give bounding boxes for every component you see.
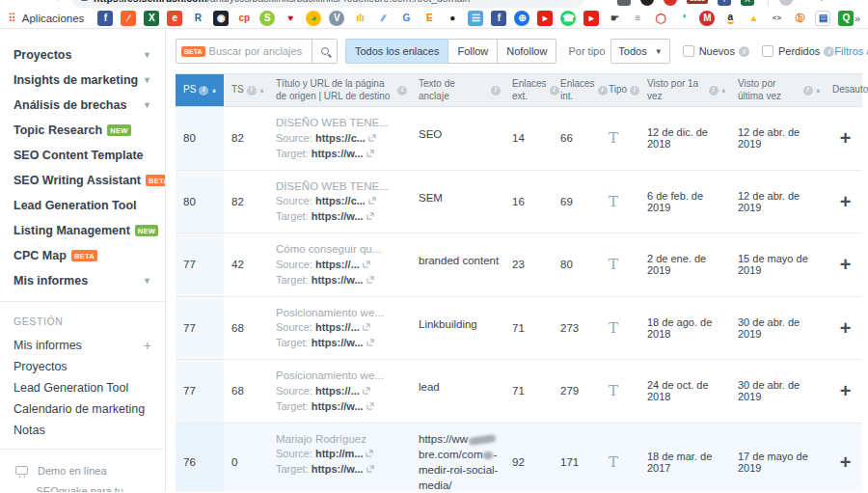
disavow-add-button[interactable]: + <box>840 452 852 472</box>
forward-icon[interactable]: → <box>31 0 43 4</box>
reload-icon[interactable]: ↻ <box>52 0 63 4</box>
bookmark-excel-icon[interactable]: X <box>144 11 159 26</box>
sidebar-item[interactable]: Insights de marketing▼ <box>0 68 165 93</box>
address-bar[interactable]: https://es.semrush.com/analytics/backlin… <box>71 0 584 8</box>
browser-menu-icon[interactable]: ⁝ <box>820 0 824 4</box>
bookmark-semrush-icon[interactable]: ∕ <box>121 11 136 26</box>
target-url-link[interactable]: https://w... <box>312 400 364 412</box>
info-icon[interactable]: i <box>397 86 407 96</box>
bookmark-shield-v-icon[interactable]: V <box>329 11 344 26</box>
bookmark-globe-icon[interactable]: ⊕ <box>514 11 529 26</box>
table-row[interactable]: 8082DISEÑO WEB TENE...Source: https://c.… <box>176 171 862 234</box>
segment-todos-los-enlaces[interactable]: Todos los enlaces <box>345 39 448 64</box>
extension-icon[interactable] <box>664 0 677 6</box>
disavow-add-button[interactable]: + <box>840 381 852 400</box>
table-row[interactable]: 760Mariajo RodríguezSource: http://m...T… <box>176 424 862 492</box>
bookmark-mega-m-icon[interactable]: M <box>699 11 715 26</box>
bookmark-red-ring-icon[interactable]: ◯ <box>653 11 668 26</box>
table-row[interactable]: 7742Cómo conseguir qu...Source: https://… <box>176 233 862 297</box>
column-header-ps[interactable]: PSi▲▼ <box>176 74 224 106</box>
bookmark-whatsapp-icon[interactable]: ☎ <box>560 11 576 26</box>
column-header-ts[interactable]: TSi▲▼ <box>224 74 268 106</box>
table-row[interactable]: 7768Posicionamiento we...Source: https:/… <box>176 297 862 361</box>
info-icon[interactable]: i <box>199 86 208 96</box>
source-url-link[interactable]: https://... <box>315 321 360 333</box>
target-url-link[interactable]: https://w... <box>312 210 364 222</box>
target-url-link[interactable]: https://w... <box>312 337 364 348</box>
sidebar-item[interactable]: Análisis de brechas▼ <box>0 93 165 118</box>
sidebar-item[interactable]: SEO Content Template <box>0 143 165 168</box>
sidebar-management-item[interactable]: Proyectos <box>0 356 165 377</box>
apps-grid-icon[interactable]: ⠿ <box>8 13 16 24</box>
desc-extension-icon[interactable]: desc <box>687 0 708 4</box>
source-url-link[interactable]: https://... <box>315 385 360 397</box>
column-header-anchor[interactable]: Texto de anclajei <box>411 74 504 106</box>
apps-label[interactable]: Aplicaciones <box>22 13 85 24</box>
profile-avatar[interactable] <box>779 0 793 6</box>
bookmark-teal-lines-icon[interactable]: ☰ <box>468 11 483 26</box>
bookmark-pointer-icon[interactable]: ☛ <box>607 11 622 26</box>
bookmark-quickbooks-icon[interactable]: Q <box>838 11 854 26</box>
bookmark-star-icon[interactable]: ☆ <box>590 0 600 2</box>
sidebar-management-item[interactable]: Lead Generation Tool <box>0 377 165 398</box>
search-button[interactable] <box>312 40 337 63</box>
disavow-add-button[interactable]: + <box>840 318 852 338</box>
bookmark-amazon-icon[interactable]: a <box>722 11 738 26</box>
bookmark-outlook-icon[interactable]: ▤ <box>815 11 830 26</box>
facebook-extension-icon[interactable]: f <box>718 0 731 6</box>
extension-icon[interactable] <box>640 0 654 6</box>
bookmark-cp-icon[interactable]: cp <box>236 11 252 26</box>
bookmark-youtube-icon[interactable]: ▸ <box>537 11 553 26</box>
info-icon[interactable]: i <box>709 86 719 96</box>
bookmark-sliders-icon[interactable]: ≡ <box>630 11 645 26</box>
type-dropdown[interactable]: Todos ▼ <box>610 39 669 64</box>
add-report-button[interactable]: + <box>144 338 151 353</box>
sidebar-management-item[interactable]: Notas <box>0 420 165 441</box>
column-header-des[interactable]: Desautorizar <box>825 74 868 106</box>
source-url-link[interactable]: https://... <box>315 259 360 270</box>
bookmarks-overflow-chevron[interactable]: » <box>854 13 860 24</box>
sidebar-management-item[interactable]: Calendario de marketing <box>0 398 165 420</box>
sidebar-item[interactable]: Topic ResearchNEW <box>0 118 165 143</box>
table-row[interactable]: 8082DISEÑO WEB TENE...Source: https://c.… <box>176 107 862 171</box>
column-header-title[interactable]: Título y URL de la página de origen | UR… <box>268 74 411 106</box>
sidebar-item[interactable]: SEO Writing AssistantBETA <box>0 168 165 193</box>
info-icon[interactable]: i <box>491 86 501 96</box>
back-icon[interactable]: ← <box>10 0 22 4</box>
bookmark-heart-icon[interactable]: ♥ <box>283 11 298 26</box>
bookmark-facebook-2-icon[interactable]: f <box>491 11 506 26</box>
bookmark-drive-icon[interactable]: ◕ <box>306 11 321 26</box>
bookmark-hat-icon[interactable]: ● <box>445 11 460 26</box>
bookmark-code-icon[interactable]: <> <box>769 11 784 26</box>
sidebar-footer-item[interactable]: Demo en línea <box>0 457 165 483</box>
checkbox-nuevos[interactable]: Nuevosi <box>683 45 749 57</box>
checkbox-perdidos[interactable]: Perdidosi <box>762 45 834 57</box>
source-url-link[interactable]: https://c... <box>315 132 366 144</box>
source-url-link[interactable]: http://m... <box>315 448 364 459</box>
extension-icon[interactable] <box>617 0 631 6</box>
excel-extension-icon[interactable]: X <box>741 0 754 6</box>
bookmark-b-ring-icon[interactable]: ⓑ <box>792 11 807 26</box>
column-header-tipo[interactable]: Tipoi <box>601 74 639 106</box>
sidebar-item[interactable]: Proyectos▼ <box>0 42 165 68</box>
bookmark-green-s-icon[interactable]: S <box>259 11 275 26</box>
column-header-int[interactable]: Enlaces int.i <box>553 74 601 106</box>
bookmark-google-ads-icon[interactable]: ▲ <box>746 11 761 26</box>
table-row[interactable]: 7768Posicionamiento we...Source: https:/… <box>176 360 862 424</box>
sidebar-item[interactable]: CPC MapBETA <box>0 243 165 268</box>
info-icon[interactable]: i <box>630 86 639 96</box>
disavow-add-button[interactable]: + <box>840 128 852 148</box>
bookmark-pen-icon[interactable]: ∕∕ <box>375 11 391 26</box>
info-icon[interactable]: i <box>803 86 813 96</box>
disavow-add-button[interactable]: + <box>840 192 852 211</box>
column-header-last[interactable]: Visto por última vezi▲▼ <box>730 74 825 106</box>
bookmark-r-letter-icon[interactable]: R <box>190 11 205 26</box>
info-icon[interactable]: i <box>824 46 834 57</box>
bookmark-orange-e-icon[interactable]: E <box>421 11 437 26</box>
bookmark-google-g-icon[interactable]: G <box>398 11 414 26</box>
search-input[interactable] <box>209 45 312 57</box>
segment-nofollow[interactable]: Nofollow <box>498 39 556 64</box>
bookmark-analytics-icon[interactable]: ılı <box>352 11 367 26</box>
column-header-first[interactable]: Visto por 1a vezi▲▼ <box>639 74 730 106</box>
bookmark-youtube-2-icon[interactable]: ▸ <box>583 11 599 26</box>
